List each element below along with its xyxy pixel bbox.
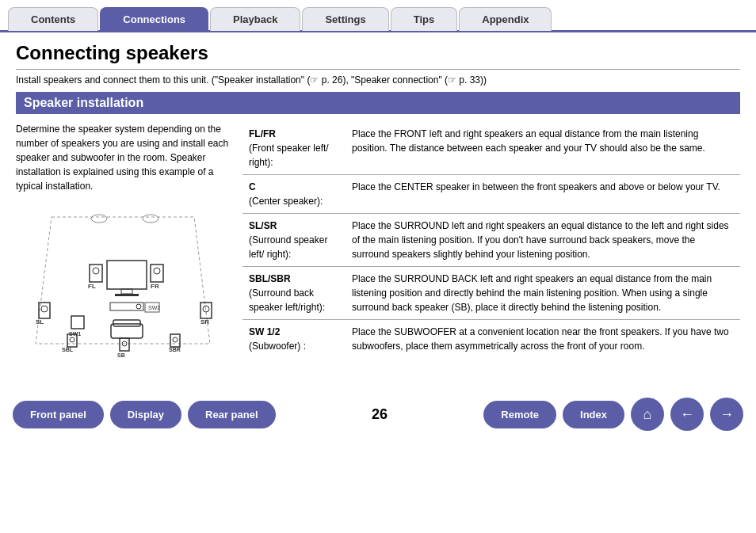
svg-rect-15	[151, 265, 163, 282]
svg-text:SBR: SBR	[169, 347, 181, 352]
front-panel-button[interactable]: Front panel	[13, 401, 104, 428]
speaker-description: Place the SUBWOOFER at a convenient loca…	[346, 320, 740, 359]
svg-point-13	[93, 268, 99, 274]
main-content: Connecting speakers Install speakers and…	[0, 32, 756, 375]
forward-button[interactable]: →	[710, 398, 743, 431]
diagram-svg: SW2 FL FR SL	[28, 201, 218, 367]
tab-appendix[interactable]: Appendix	[459, 7, 552, 31]
svg-text:SW2: SW2	[148, 305, 160, 310]
svg-text:SBL: SBL	[62, 347, 74, 352]
svg-text:SL: SL	[36, 318, 44, 326]
svg-point-7	[136, 304, 141, 309]
rear-panel-button[interactable]: Rear panel	[188, 401, 275, 428]
svg-point-28	[173, 337, 178, 342]
tab-connections[interactable]: Connections	[100, 7, 208, 31]
svg-text:SR: SR	[200, 318, 209, 326]
speaker-table: FL/FR(Front speaker left/ right): Place …	[242, 122, 740, 358]
speaker-label: FL/FR(Front speaker left/ right):	[242, 122, 346, 175]
svg-rect-33	[71, 316, 84, 329]
svg-rect-5	[115, 294, 139, 296]
index-button[interactable]: Index	[563, 401, 624, 428]
page-number: 26	[372, 406, 388, 423]
body-text: Determine the speaker system depending o…	[16, 122, 230, 193]
speaker-diagram: SW2 FL FR SL	[28, 201, 218, 375]
svg-rect-21	[200, 303, 212, 318]
svg-text:SB: SB	[117, 352, 125, 358]
table-row: FL/FR(Front speaker left/ right): Place …	[242, 122, 740, 175]
bottom-nav-left: Front panel Display Rear panel	[13, 401, 276, 428]
svg-rect-11	[113, 320, 140, 326]
svg-text:SW1: SW1	[69, 331, 81, 337]
svg-text:FL: FL	[88, 283, 96, 290]
svg-point-25	[70, 337, 74, 342]
tab-contents[interactable]: Contents	[8, 7, 98, 31]
tab-settings[interactable]: Settings	[302, 7, 388, 31]
table-row: C(Center speaker): Place the CENTER spea…	[242, 175, 740, 214]
speaker-description: Place the SURROUND left and right speake…	[346, 214, 740, 267]
svg-point-16	[154, 268, 160, 274]
display-button[interactable]: Display	[110, 401, 181, 428]
content-area: Determine the speaker system depending o…	[16, 122, 740, 375]
back-button[interactable]: ←	[670, 398, 704, 431]
speaker-label: SL/SR(Surround speaker left/ right):	[242, 214, 346, 267]
left-panel: Determine the speaker system depending o…	[16, 122, 230, 375]
svg-marker-0	[36, 217, 210, 344]
page-title: Connecting speakers	[16, 42, 740, 70]
top-navigation: Contents Connections Playback Settings T…	[0, 0, 756, 32]
tab-playback[interactable]: Playback	[210, 7, 300, 31]
remote-button[interactable]: Remote	[483, 401, 556, 428]
speaker-label: SBL/SBR(Surround back speaker left/right…	[242, 267, 346, 320]
speaker-description: Place the CENTER speaker in between the …	[346, 175, 740, 214]
svg-rect-6	[110, 303, 143, 310]
svg-point-19	[41, 306, 48, 312]
table-row: SW 1/2(Subwoofer) : Place the SUBWOOFER …	[242, 320, 740, 359]
table-row: SBL/SBR(Surround back speaker left/right…	[242, 267, 740, 320]
tab-tips[interactable]: Tips	[391, 7, 458, 31]
bottom-navigation: Front panel Display Rear panel 26 Remote…	[0, 390, 756, 439]
home-button[interactable]: ⌂	[631, 398, 664, 431]
svg-rect-12	[90, 265, 102, 282]
svg-rect-30	[120, 338, 129, 351]
right-panel: FL/FR(Front speaker left/ right): Place …	[242, 122, 740, 375]
speaker-label: C(Center speaker):	[242, 175, 346, 214]
svg-rect-3	[107, 261, 147, 289]
speaker-description: Place the FRONT left and right speakers …	[346, 122, 740, 175]
speaker-label: SW 1/2(Subwoofer) :	[242, 320, 346, 359]
svg-point-1	[91, 215, 107, 223]
svg-point-2	[143, 215, 158, 223]
intro-text: Install speakers and connect them to thi…	[16, 74, 740, 86]
speaker-description: Place the SURROUND BACK left and right s…	[346, 267, 740, 320]
svg-rect-4	[121, 289, 132, 294]
table-row: SL/SR(Surround speaker left/ right): Pla…	[242, 214, 740, 267]
section-header: Speaker installation	[16, 92, 740, 114]
svg-text:FR: FR	[151, 283, 159, 290]
svg-rect-27	[170, 334, 180, 347]
bottom-nav-right: Remote Index ⌂ ← →	[483, 398, 743, 431]
